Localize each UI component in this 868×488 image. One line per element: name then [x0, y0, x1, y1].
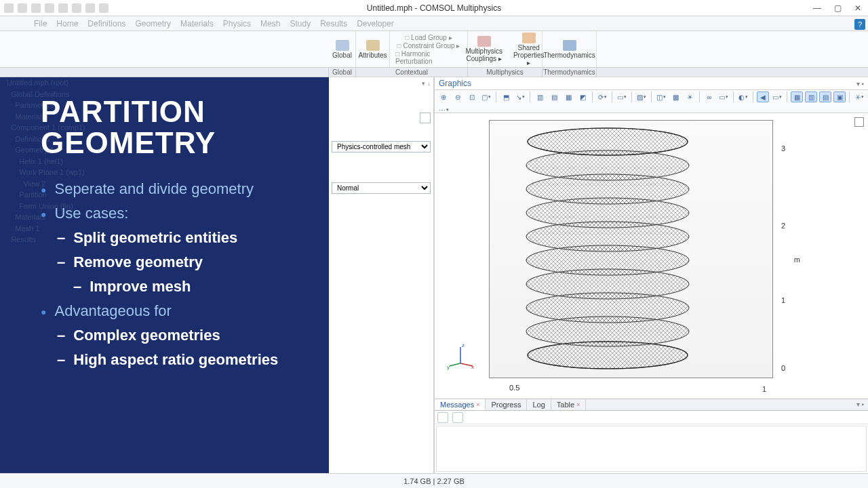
qat-icon[interactable]: [99, 3, 108, 13]
menu-item[interactable]: File: [34, 19, 47, 28]
y-tick: 1: [762, 385, 766, 393]
tab-table[interactable]: Table×: [551, 399, 587, 410]
globe-icon: [336, 40, 349, 51]
shared-icon: [522, 33, 536, 43]
bullet: Remove geometry: [57, 253, 302, 271]
menu-item[interactable]: Definitions: [87, 19, 125, 28]
group-label: Global: [329, 68, 356, 77]
tab-progress[interactable]: Progress: [486, 399, 527, 410]
ribbon-label: Thermodynamics: [543, 52, 595, 59]
global-button[interactable]: Global: [328, 39, 356, 60]
element-size-select[interactable]: Normal: [332, 182, 431, 194]
menu-item[interactable]: Home: [56, 19, 78, 28]
qat-icon[interactable]: [45, 3, 54, 13]
view-iso-icon[interactable]: ◩: [576, 92, 589, 102]
transparency-icon[interactable]: ◫: [655, 92, 667, 102]
help-icon[interactable]: ?: [854, 19, 865, 30]
ribbon-label: Attributes: [358, 52, 387, 59]
view-yz-icon[interactable]: ▥: [534, 92, 546, 102]
window-title: Untitled.mph - COMSOL Multiphysics: [367, 3, 501, 13]
svg-text:x: x: [471, 364, 474, 370]
axis-unit: m: [794, 256, 800, 264]
scene-light-icon[interactable]: ◐: [737, 92, 749, 102]
menu-item[interactable]: Results: [320, 19, 347, 28]
svg-text:y: y: [447, 364, 450, 370]
load-group-item[interactable]: Load Group ▸: [405, 34, 452, 41]
bullet: Complex geometries: [57, 327, 302, 344]
clear-icon[interactable]: [437, 412, 448, 423]
contextual-group: Load Group ▸ Constraint Group ▸ Harmonic…: [390, 31, 468, 67]
menu-item[interactable]: Study: [290, 19, 311, 28]
ribbon-label: Multiphysics Couplings ▸: [465, 47, 502, 62]
coil-mesh: [523, 121, 692, 379]
graphics-title: Graphics: [439, 79, 471, 88]
view-xy-icon[interactable]: ⬒: [500, 92, 512, 102]
menu-item[interactable]: Mesh: [260, 19, 280, 28]
qat-icon[interactable]: [31, 3, 41, 13]
go-default-icon[interactable]: ↘: [514, 92, 526, 102]
qat-icon[interactable]: [58, 3, 68, 13]
couplings-icon: [477, 36, 491, 47]
minimize-button[interactable]: —: [807, 0, 827, 16]
z-tick: 2: [781, 222, 785, 230]
zoom-box-icon[interactable]: ▢: [480, 92, 492, 102]
menu-item[interactable]: Developer: [357, 19, 394, 28]
sel-bnd-icon[interactable]: ▥: [805, 92, 817, 102]
constraint-group-item[interactable]: Constraint Group ▸: [397, 42, 460, 49]
render-icon[interactable]: ▨: [635, 92, 648, 102]
measure-icon[interactable]: ⚹: [853, 92, 865, 102]
bullet: High aspect ratio geometries: [57, 351, 302, 369]
sel-pnt-icon[interactable]: ▣: [833, 92, 846, 102]
attributes-icon: [366, 40, 380, 51]
sequence-type-select[interactable]: Physics-controlled mesh: [332, 141, 431, 152]
link-icon[interactable]: ∞: [703, 92, 715, 102]
close-button[interactable]: ✕: [848, 0, 868, 16]
menu-item[interactable]: Physics: [223, 19, 251, 28]
harmonic-perturbation-item[interactable]: Harmonic Perturbation: [395, 50, 462, 65]
bottom-panel: Messages× Progress Log Table× ▾ ▪: [435, 399, 868, 473]
tab-messages[interactable]: Messages×: [435, 399, 486, 410]
qat-icon[interactable]: [18, 3, 27, 13]
menu-bar: File Home Definitions Geometry Materials…: [0, 16, 868, 31]
select-mode-icon[interactable]: ▭: [616, 92, 628, 102]
toggle-1-icon[interactable]: ◀: [757, 92, 769, 102]
view-zx-icon[interactable]: ▦: [562, 92, 574, 102]
lighting-icon[interactable]: ☀: [684, 92, 696, 102]
rotate-icon[interactable]: ⟳: [596, 92, 608, 102]
bullet: Seperate and divide geometry: [41, 180, 302, 198]
quick-access-toolbar: [0, 3, 108, 13]
zoom-out-icon[interactable]: ⊖: [452, 92, 464, 102]
zoom-extents-icon[interactable]: ⊡: [466, 92, 478, 102]
svg-line-14: [450, 363, 460, 366]
messages-body: [436, 426, 867, 472]
attributes-button[interactable]: Attributes: [354, 39, 391, 60]
bullet: Split geometric entities: [57, 229, 302, 247]
multiphysics-couplings-button[interactable]: Multiphysics Couplings ▸: [461, 35, 506, 64]
sel-dom-icon[interactable]: ▦: [791, 92, 803, 102]
expand-icon[interactable]: [854, 117, 864, 127]
qat-icon[interactable]: [85, 3, 95, 13]
svg-text:z: z: [462, 343, 465, 348]
tab-log[interactable]: Log: [527, 399, 551, 410]
maximize-button[interactable]: ▢: [827, 0, 848, 16]
log-settings-icon[interactable]: [452, 412, 463, 423]
menu-item[interactable]: Materials: [180, 19, 214, 28]
thermodynamics-button[interactable]: Thermodynamics: [539, 39, 599, 60]
wireframe-icon[interactable]: ▩: [669, 92, 682, 102]
view-xz-icon[interactable]: ▤: [548, 92, 560, 102]
sel-edge-icon[interactable]: ▤: [819, 92, 831, 102]
toggle-2-icon[interactable]: ▭: [771, 92, 783, 102]
axes-gizmo: z x y: [447, 343, 474, 370]
x-tick: 0.5: [509, 384, 519, 392]
graphics-canvas[interactable]: 3 2 1 0 m 0.5 1 z x y: [435, 113, 868, 399]
zoom-in-icon[interactable]: ⊕: [437, 92, 450, 102]
status-bar: 1.74 GB | 2.27 GB: [0, 473, 868, 488]
qat-icon[interactable]: [72, 3, 81, 13]
run-icon[interactable]: [420, 113, 431, 123]
menu-item[interactable]: Geometry: [135, 19, 171, 28]
qat-icon[interactable]: [4, 3, 14, 13]
graphics-panel: Graphics ▾ ▪ ⊕ ⊖ ⊡ ▢ ⬒ ↘ ▥ ▤ ▦ ◩ ⟳ ▭ ▨ ◫…: [434, 77, 868, 473]
bullet: Improve mesh: [73, 278, 302, 296]
overlay-title: PARTITIONGEOMETRY: [41, 96, 302, 159]
clip-icon[interactable]: ▭: [717, 92, 730, 102]
